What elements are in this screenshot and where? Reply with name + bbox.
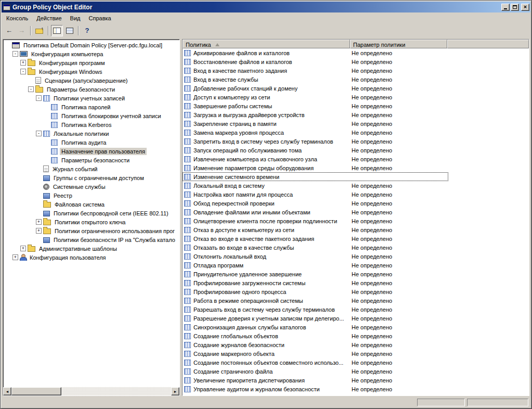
tree-item-label[interactable]: Журнал событий bbox=[51, 165, 99, 173]
tree-item-label[interactable]: Назначение прав пользователя bbox=[60, 148, 147, 155]
policy-row[interactable]: Овладение файлами или иными объектамиНе … bbox=[183, 208, 529, 216]
tree-item[interactable]: Параметры безопасности bbox=[3, 156, 179, 164]
policy-row[interactable]: Запретить вход в систему через службу те… bbox=[183, 137, 529, 146]
policy-row[interactable]: Создание постоянных объектов совместного… bbox=[183, 358, 529, 367]
scroll-right-button[interactable]: ► bbox=[171, 387, 179, 395]
tree-item[interactable]: +Политики ограниченного использования пр… bbox=[3, 226, 179, 235]
tree-item[interactable]: -Конфигурация компьютера bbox=[3, 49, 179, 58]
policy-row[interactable]: Вход в качестве пакетного заданияНе опре… bbox=[183, 66, 529, 75]
tree-item[interactable]: -Конфигурация Windows bbox=[3, 67, 179, 76]
policy-row[interactable]: Завершение работы системыНе определено bbox=[183, 101, 529, 110]
tree-item-label[interactable]: Политики учетных записей bbox=[52, 95, 126, 102]
expand-plus-icon[interactable]: + bbox=[36, 228, 42, 234]
tree-item[interactable]: Журнал событий bbox=[3, 164, 179, 173]
tree-item-label[interactable]: Политики ограниченного использования про… bbox=[53, 227, 176, 235]
policy-row[interactable]: Отказ в доступе к компьютеру из сетиНе о… bbox=[183, 225, 529, 234]
column-header-policy[interactable]: Политика bbox=[183, 40, 350, 48]
tree-item[interactable]: Политика Default Domain Policy [Server-p… bbox=[3, 41, 179, 49]
tree-item[interactable]: Файловая система bbox=[3, 200, 179, 209]
policy-row[interactable]: Изменение системного времени bbox=[183, 172, 529, 181]
tree-item-label[interactable]: Политика блокировки учетной записи bbox=[60, 112, 163, 120]
policy-row[interactable]: Замена маркера уровня процессаНе определ… bbox=[183, 128, 529, 137]
tree-horizontal-scrollbar[interactable]: ◄ ► bbox=[3, 387, 179, 395]
tree-item[interactable]: Политики беспроводной сети (IEEE 802.11) bbox=[3, 209, 179, 218]
tree-item[interactable]: +Конфигурация пользователя bbox=[3, 253, 179, 262]
tree-item-label[interactable]: Реестр bbox=[52, 192, 74, 199]
menu-item-справка[interactable]: Справка bbox=[85, 14, 115, 22]
policy-row[interactable]: Отладка программНе определено bbox=[183, 261, 529, 270]
policy-row[interactable]: Запуск операций по обслуживанию томаНе о… bbox=[183, 146, 529, 155]
policy-row[interactable]: Отказать во входе в качестве службыНе оп… bbox=[183, 243, 529, 252]
tree-item-label[interactable]: Административные шаблоны bbox=[37, 245, 119, 252]
policy-row[interactable]: Вход в качестве службыНе определено bbox=[183, 75, 529, 84]
tree-item[interactable]: -Параметры безопасности bbox=[3, 85, 179, 94]
policy-row[interactable]: Отказ во входе в качестве пакетного зада… bbox=[183, 234, 529, 243]
menu-item-действие[interactable]: Действие bbox=[32, 14, 66, 22]
policy-row[interactable]: Архивирование файлов и каталоговНе опред… bbox=[183, 48, 529, 57]
tree-item[interactable]: Политики безопасности IP на "Служба ката… bbox=[3, 235, 179, 244]
tree-item-label[interactable]: Сценарии (запуск/завершение) bbox=[43, 77, 129, 84]
tree-item-label[interactable]: Конфигурация пользователя bbox=[28, 254, 108, 261]
policy-row[interactable]: Создание журналов безопасностиНе определ… bbox=[183, 340, 529, 349]
tree-item-label[interactable]: Конфигурация Windows bbox=[37, 68, 104, 75]
policy-row[interactable]: Принудительное удаленное завершениеНе оп… bbox=[183, 270, 529, 278]
collapse-minus-icon[interactable]: - bbox=[20, 69, 26, 74]
expand-plus-icon[interactable]: + bbox=[36, 219, 42, 225]
forward-button[interactable]: → bbox=[16, 25, 28, 36]
policy-row[interactable]: Доступ к компьютеру из сетиНе определено bbox=[183, 93, 529, 101]
policy-row[interactable]: Синхронизация данных службы каталоговНе … bbox=[183, 323, 529, 331]
tree-item-label[interactable]: Конфигурация программ bbox=[37, 59, 106, 67]
column-header-value[interactable]: Параметр политики bbox=[350, 40, 447, 48]
policy-row[interactable]: Разрешение доверия к учетным записям при… bbox=[183, 314, 529, 323]
policy-row[interactable]: Настройка квот памяти для процессаНе опр… bbox=[183, 190, 529, 199]
tree-item[interactable]: Политика аудита bbox=[3, 138, 179, 147]
tree-item[interactable]: Назначение прав пользователя bbox=[3, 147, 179, 156]
menu-item-консоль[interactable]: Консоль bbox=[2, 14, 32, 22]
scroll-left-button[interactable]: ◄ bbox=[3, 387, 11, 395]
tree-item[interactable]: +Конфигурация программ bbox=[3, 58, 179, 67]
help-button[interactable]: ? bbox=[81, 25, 93, 36]
tree-item-label[interactable]: Политика аудита bbox=[60, 139, 108, 146]
tree-item-label[interactable]: Локальные политики bbox=[52, 130, 110, 137]
tree-item[interactable]: +Административные шаблоны bbox=[3, 244, 179, 253]
expand-plus-icon[interactable]: + bbox=[12, 254, 18, 260]
expand-plus-icon[interactable]: + bbox=[20, 60, 26, 66]
policy-row[interactable]: Восстановление файлов и каталоговНе опре… bbox=[183, 57, 529, 66]
tree-item[interactable]: Политика блокировки учетной записи bbox=[3, 111, 179, 120]
policy-row[interactable]: Профилирование загруженности системыНе о… bbox=[183, 278, 529, 287]
policy-row[interactable]: Извлечение компьютера из стыковочного уз… bbox=[183, 155, 529, 163]
collapse-minus-icon[interactable]: - bbox=[28, 86, 34, 92]
menu-item-вид[interactable]: Вид bbox=[66, 14, 85, 22]
tree-item-label[interactable]: Политики беспроводной сети (IEEE 802.11) bbox=[52, 210, 170, 217]
tree-item-label[interactable]: Политика паролей bbox=[60, 104, 112, 111]
policy-row[interactable]: Разрешать вход в систему через службу те… bbox=[183, 305, 529, 314]
collapse-minus-icon[interactable]: - bbox=[36, 95, 42, 101]
scrollbar-track[interactable] bbox=[11, 387, 171, 395]
policy-row[interactable]: Профилирование одного процессаНе определ… bbox=[183, 287, 529, 296]
policy-row[interactable]: Закрепление страниц в памятиНе определен… bbox=[183, 119, 529, 128]
maximize-button[interactable] bbox=[511, 4, 519, 11]
policy-row[interactable]: Управление аудитом и журналом безопаснос… bbox=[183, 385, 529, 393]
tree-item[interactable]: Системные службы bbox=[3, 182, 179, 191]
tree-item[interactable]: Реестр bbox=[3, 191, 179, 200]
tree-item-label[interactable]: Политики безопасности IP на "Служба ката… bbox=[52, 236, 177, 244]
tree-item-label[interactable]: Конфигурация компьютера bbox=[30, 50, 105, 58]
tree-item[interactable]: Политика паролей bbox=[3, 103, 179, 111]
collapse-minus-icon[interactable]: - bbox=[36, 131, 42, 136]
policy-row[interactable]: Обход перекрестной проверкиНе определено bbox=[183, 199, 529, 208]
close-button[interactable]: × bbox=[521, 4, 529, 11]
tree-item[interactable]: Сценарии (запуск/завершение) bbox=[3, 76, 179, 85]
policy-row[interactable]: Увеличение приоритета диспетчированияНе … bbox=[183, 376, 529, 385]
up-button[interactable] bbox=[33, 25, 45, 36]
policy-row[interactable]: Локальный вход в системуНе определено bbox=[183, 181, 529, 190]
tree-item-label[interactable]: Политика Default Domain Policy [Server-p… bbox=[22, 42, 164, 49]
policy-row[interactable]: Изменение параметров среды оборудованияН… bbox=[183, 163, 529, 172]
show-hide-tree-button[interactable] bbox=[51, 25, 63, 36]
back-button[interactable]: ← bbox=[3, 25, 15, 36]
policy-row[interactable]: Создание страничного файлаНе определено bbox=[183, 367, 529, 376]
policy-row[interactable]: Отклонить локальный входНе определено bbox=[183, 252, 529, 261]
tree-item-label[interactable]: Параметры безопасности bbox=[45, 86, 116, 93]
tree-item[interactable]: -Политики учетных записей bbox=[3, 94, 179, 103]
tree-item-label[interactable]: Параметры безопасности bbox=[60, 157, 131, 164]
policy-row[interactable]: Создание глобальных объектовНе определен… bbox=[183, 331, 529, 340]
